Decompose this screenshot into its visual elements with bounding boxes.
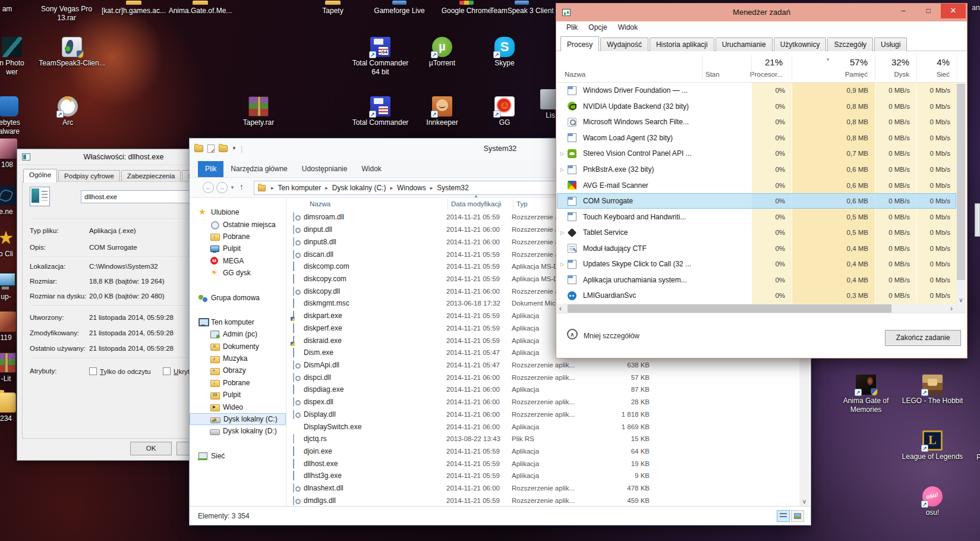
fewer-details-toggle[interactable]: Mniej szczegółów (584, 332, 639, 340)
tab-ogolne[interactable]: Ogólne (23, 169, 57, 183)
tab-zabezpieczenia[interactable]: Zabezpieczenia (121, 170, 181, 182)
tab-uzytkownicy[interactable]: Użytkownicy (774, 37, 827, 51)
column-header-date[interactable]: Data modyfikacji (451, 200, 501, 207)
expand-icon[interactable]: ▷ (557, 256, 568, 272)
file-row[interactable]: dllhst3g.exe2014-11-21 05:59Aplikacja9 K… (288, 470, 799, 482)
breadcrumb-item[interactable]: Ten komputer (277, 184, 323, 192)
column-name[interactable]: Nazwa (565, 71, 585, 78)
sidebar-item-dokumenty[interactable]: Dokumenty (190, 341, 286, 353)
process-row[interactable]: Windows Driver Foundation — ...0%0,9 MB0… (557, 83, 956, 99)
file-row[interactable]: dispex.dll2014-11-21 06:00Rozszerzenie a… (288, 396, 799, 408)
checkbox-hidden[interactable] (163, 367, 171, 375)
up-icon[interactable]: ↑ (240, 182, 244, 191)
column-disk[interactable]: Dysk (875, 71, 909, 78)
sidebar-item-sie-[interactable]: Sieć (190, 450, 286, 462)
file-row[interactable]: djctq.rs2013-08-22 13:43Plik RS15 KB (288, 433, 799, 445)
file-row[interactable]: dlnashext.dll2014-11-21 06:00Rozszerzeni… (288, 482, 799, 495)
expand-icon[interactable]: ▷ (557, 162, 568, 178)
desktop-icon[interactable]: Anima Gate of Memories (833, 375, 899, 414)
tab-procesy[interactable]: Procesy (560, 36, 599, 51)
sidebar-item-ostatnie-miejsca[interactable]: Ostatnie miejsca (190, 218, 286, 230)
desktop-icon[interactable]: Innkeeper (409, 96, 475, 127)
sidebar-item-pobrane[interactable]: Pobrane (190, 231, 286, 243)
end-task-button[interactable]: Zakończ zadanie (885, 330, 961, 346)
desktop-icon[interactable]: Tapety.rar (225, 96, 292, 127)
breadcrumb-item[interactable]: System32 (436, 184, 469, 192)
desktop-icon[interactable]: [kat.cr]h.games.ac... (100, 0, 167, 15)
ok-button[interactable]: OK (130, 442, 172, 455)
desktop-icon[interactable]: Tapety (300, 0, 366, 15)
history-dropdown-icon[interactable]: ▼ (230, 185, 235, 190)
sidebar-item-ten-komputer[interactable]: Ten komputer (190, 316, 286, 328)
thumbnail-view-button[interactable] (791, 510, 804, 522)
desktop-icon[interactable]: TeamSpeak 3 Client (489, 0, 555, 15)
collapse-icon[interactable]: ∧ (567, 329, 578, 339)
sidebar-item-dysk-lokalny-d-[interactable]: Dysk lokalny (D:) (190, 425, 286, 437)
menu-widok[interactable]: Widok (613, 21, 643, 34)
breadcrumb-item[interactable]: Dysk lokalny (C:) (331, 184, 387, 192)
tab-uslugi[interactable]: Usługi (874, 37, 907, 51)
process-row[interactable]: Microsoft Windows Search Filte...0%0,8 M… (557, 114, 956, 130)
sidebar-item-gg-dysk[interactable]: GG dysk (190, 267, 286, 279)
desktop-icon[interactable]: Arc (34, 96, 101, 127)
desktop-icon[interactable]: TeamSpeak3-Clien... (39, 37, 105, 68)
list-view-button[interactable] (777, 510, 790, 522)
desktop-icon[interactable]: 64Total Commander 64 bit (347, 37, 414, 77)
desktop-icon[interactable]: P (946, 453, 980, 462)
sidebar-item-pobrane[interactable]: Pobrane (190, 377, 286, 389)
process-row[interactable]: ▷Updates Skype Click to Call (32 ...0%0,… (557, 256, 956, 272)
sidebar-item-pulpit[interactable]: Pulpit (190, 389, 286, 401)
desktop-icon[interactable]: Anima.Gate.of.Me... (167, 0, 234, 15)
desktop-icon[interactable]: µTorrent (409, 37, 475, 68)
scroll-down-icon[interactable]: ∨ (956, 297, 966, 303)
file-row[interactable]: DismApi.dll2014-11-21 05:47Rozszerzenie … (288, 359, 799, 372)
process-row[interactable]: NVIDIA Update Backend (32 bity)0%0,8 MB0… (557, 99, 956, 115)
scroll-left-icon[interactable]: ‹ (559, 304, 562, 313)
process-row[interactable]: Moduł ładujący CTF0%0,4 MB0 MB/s0 Mb/s (557, 240, 956, 256)
desktop-icon[interactable]: osu! (899, 486, 966, 517)
process-row[interactable]: ▷PnkBstrA.exe (32 bity)0%0,6 MB0 MB/s0 M… (557, 162, 956, 178)
process-row[interactable]: ▷Tablet Service0%0,5 MB0 MB/s0 Mb/s (557, 225, 956, 241)
ribbon-tab-narzedzia[interactable]: Narzędzia główne (223, 161, 294, 177)
tab-historia-aplikacji[interactable]: Historia aplikacji (650, 37, 714, 51)
column-network[interactable]: Sieć (916, 71, 950, 78)
file-row[interactable]: dmdlgs.dll2014-11-21 05:59Rozszerzenie a… (288, 495, 799, 507)
maximize-button[interactable]: □ (917, 4, 940, 18)
file-row[interactable]: Display.dll2014-11-21 06:00Rozszerzenie … (288, 408, 799, 421)
sidebar-item-ulubione[interactable]: Ulubione (190, 206, 286, 218)
file-row[interactable]: djoin.exe2014-11-21 05:59Aplikacja64 KB (288, 445, 799, 458)
tab-szczegoly[interactable]: Szczegóły (827, 37, 873, 51)
tab-uruchamianie[interactable]: Uruchamianie (716, 37, 773, 51)
scroll-down-icon[interactable]: ∨ (799, 498, 809, 505)
ribbon-tab-udostepnianie[interactable]: Udostępnianie (295, 161, 355, 177)
file-row[interactable]: dispci.dll2014-11-21 06:00Rozszerzenie a… (288, 371, 799, 383)
checkbox-read-only[interactable] (89, 367, 97, 375)
column-header-name[interactable]: Nazwa (310, 200, 330, 207)
ribbon-tab-widok[interactable]: Widok (354, 161, 388, 177)
close-button[interactable]: ✕ (941, 4, 966, 18)
column-header-type[interactable]: Typ (516, 200, 528, 207)
desktop-icon[interactable]: LEGO - The Hobbit (899, 375, 966, 405)
file-row[interactable]: DisplaySwitch.exe2014-11-21 06:00Aplikac… (288, 420, 799, 433)
checkbox-label[interactable]: Tylko do odczytu (100, 368, 151, 375)
file-row[interactable]: dllhost.exe2014-11-21 05:59Aplikacja19 K… (288, 457, 799, 470)
sidebar-item-dysk-lokalny-c-[interactable]: Dysk lokalny (C:) (190, 413, 286, 425)
sidebar-item-grupa-domowa[interactable]: Grupa domowa (190, 291, 286, 303)
process-row[interactable]: LMIGuardianSvc0%0,3 MB0 MB/s0 Mb/s (557, 288, 956, 304)
minimize-button[interactable]: – (892, 4, 915, 18)
process-row[interactable]: Wacom Load Agent (32 bity)0%0,8 MB0 MB/s… (557, 130, 956, 146)
file-row[interactable]: dispdiag.exe2014-11-21 06:00Aplikacja87 … (288, 383, 799, 396)
sidebar-item-wideo[interactable]: Wideo (190, 401, 286, 413)
column-cpu[interactable]: Procesor... (723, 71, 783, 78)
desktop-icon[interactable]: Gameforge Live (366, 0, 433, 15)
menu-opcje[interactable]: Opcje (583, 21, 612, 34)
breadcrumb-item[interactable]: Windows (396, 184, 427, 192)
column-status[interactable]: Stan (705, 71, 720, 78)
forward-icon[interactable]: → (216, 182, 228, 193)
sidebar-item-mega[interactable]: MEGA (190, 255, 286, 267)
sidebar-item-pulpit[interactable]: Pulpit (190, 243, 286, 254)
process-row[interactable]: AVG E-mail Scanner0%0,6 MB0 MB/s0 Mb/s (557, 177, 956, 193)
tab-wydajnosc[interactable]: Wydajność (600, 37, 648, 51)
process-row[interactable]: COM Surrogate0%0,6 MB0 MB/s0 Mb/s (557, 193, 956, 209)
sidebar-item-muzyka[interactable]: Muzyka (190, 353, 286, 364)
